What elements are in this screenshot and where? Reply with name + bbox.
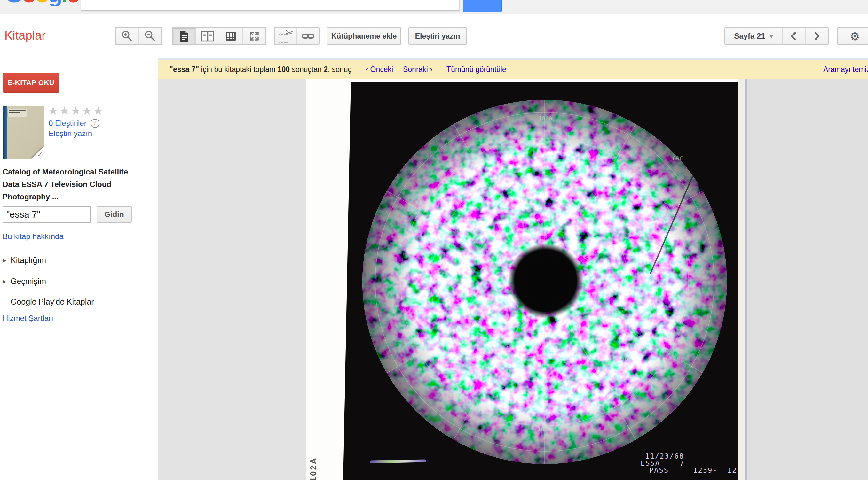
expander-icon[interactable]: ▶ xyxy=(3,258,6,263)
book-spine xyxy=(3,106,7,159)
write-review-button[interactable]: Eleştiri yazın xyxy=(408,27,467,45)
logo-letter: e xyxy=(67,0,79,6)
page-select-label: Sayfa 21 xyxy=(734,32,765,41)
check-icon: ✓ xyxy=(37,150,43,159)
book-cover-thumbnail[interactable]: ✓ xyxy=(3,106,44,159)
zoom-out-icon xyxy=(144,30,156,42)
global-search-button[interactable] xyxy=(463,0,502,12)
previous-page-button[interactable] xyxy=(782,28,805,44)
thumbnail-grid-icon xyxy=(225,30,237,42)
two-page-icon xyxy=(201,30,214,42)
fullscreen-button[interactable] xyxy=(242,28,266,44)
viewer-background-left xyxy=(158,79,306,480)
svg-text:70N: 70N xyxy=(621,355,632,362)
chevron-right-icon xyxy=(811,30,822,42)
clip-link-group: ✂ xyxy=(274,27,319,45)
top-search-strip: Google xyxy=(0,0,868,14)
svg-text:80N: 80N xyxy=(469,355,479,362)
clear-search-link[interactable]: Aramayı temizle xyxy=(823,60,868,79)
sidebar-item-google-play[interactable]: Google Play'de Kitaplar xyxy=(10,297,94,306)
svg-text:1800: 1800 xyxy=(538,426,551,433)
reviews-row: 0 Eleştiriler i xyxy=(49,119,99,128)
logo-letter: G xyxy=(5,0,22,6)
single-page-icon xyxy=(179,30,190,42)
polar-gap xyxy=(508,243,583,318)
page-margin-stamp: A-1102A xyxy=(308,457,318,480)
about-book-link[interactable]: Bu kitap hakkında xyxy=(3,232,64,241)
sidebar-item-history[interactable]: Geçmişim xyxy=(10,277,46,286)
global-search-input[interactable] xyxy=(81,0,460,11)
in-book-search-input[interactable] xyxy=(3,206,91,223)
view-all-results-link[interactable]: Tümünü görüntüle xyxy=(446,65,506,73)
single-page-view-button[interactable] xyxy=(173,28,195,44)
book-cover-label xyxy=(7,109,27,117)
terms-of-service-link[interactable]: Hizmet Şartları xyxy=(3,314,54,323)
sidebar-item-my-library[interactable]: Kitaplığım xyxy=(10,256,46,265)
fullscreen-icon xyxy=(248,30,261,42)
satellite-photo[interactable]: 1800 60C 80N 70N 120W 1800 11/23/68 ESSA… xyxy=(343,82,738,480)
zoom-in-button[interactable] xyxy=(116,28,138,44)
scissors-icon: ✂ xyxy=(285,27,293,38)
gear-icon: ⚙ xyxy=(850,30,860,43)
next-page-button[interactable] xyxy=(805,28,828,44)
previous-result-link[interactable]: ‹ Önceki xyxy=(366,65,393,73)
info-icon[interactable]: i xyxy=(91,119,99,128)
zoom-out-button[interactable] xyxy=(138,28,161,44)
google-logo: Google xyxy=(3,0,80,6)
zoom-in-icon xyxy=(121,30,133,42)
add-to-library-button[interactable]: Kütüphaneme ekle xyxy=(327,27,401,45)
page-edge-line xyxy=(745,79,747,480)
separator: - xyxy=(438,65,441,73)
svg-text:120W: 120W xyxy=(449,391,463,398)
thumbnail-view-button[interactable] xyxy=(219,28,242,44)
next-result-link[interactable]: Sonraki › xyxy=(403,65,432,73)
logo-letter: g xyxy=(48,0,61,6)
go-button[interactable]: Gidin xyxy=(97,206,132,223)
read-ebook-button[interactable]: E-KITAP OKU xyxy=(3,73,60,93)
page-title: Kitaplar xyxy=(4,29,46,42)
zoom-button-group xyxy=(115,27,162,45)
results-summary: "essa 7" için bu kitaptaki toplam 100 so… xyxy=(169,60,506,79)
book-title: Catalog of Meteorological Satellite Data… xyxy=(3,166,141,203)
two-page-view-button[interactable] xyxy=(195,28,219,44)
results-query: "essa 7" xyxy=(169,65,199,73)
settings-button[interactable]: ⚙ xyxy=(837,27,868,45)
page-nav-group: Sayfa 21 ▾ xyxy=(724,27,829,45)
logo-letter: o xyxy=(22,0,35,6)
expander-icon[interactable]: ▶ xyxy=(3,279,6,284)
link-icon xyxy=(301,31,315,41)
search-results-bar: "essa 7" için bu kitaptaki toplam 100 so… xyxy=(158,60,868,79)
reviews-count-link[interactable]: 0 Eleştiriler xyxy=(49,119,87,128)
logo-letter: l xyxy=(61,0,67,6)
viewer-background-right xyxy=(747,79,868,480)
write-review-link[interactable]: Eleştiri yazın xyxy=(49,129,92,138)
google-logo-text: Google xyxy=(5,0,79,6)
view-mode-group xyxy=(172,27,266,45)
chevron-left-icon xyxy=(788,30,799,42)
clip-button[interactable]: ✂ xyxy=(275,28,297,44)
page-select-dropdown[interactable]: Sayfa 21 ▾ xyxy=(725,28,782,44)
separator: - xyxy=(357,65,360,73)
svg-text:60C: 60C xyxy=(673,155,683,162)
page-margin-right xyxy=(738,79,745,480)
star-rating[interactable]: ★★★★★ xyxy=(48,104,104,117)
logo-letter: o xyxy=(35,0,48,6)
satellite-mosaic-image: 1800 60C 80N 70N 120W 1800 11/23/68 ESSA… xyxy=(343,82,738,480)
svg-text:1800: 1800 xyxy=(538,115,552,122)
link-button[interactable] xyxy=(297,28,319,44)
chevron-down-icon: ▾ xyxy=(770,32,773,40)
photo-pass: PASS 1239- 1251 xyxy=(649,466,738,474)
